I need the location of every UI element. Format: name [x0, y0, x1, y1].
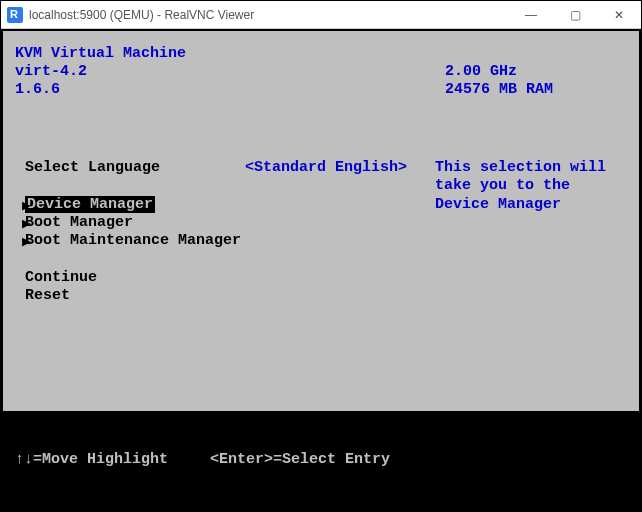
window-title: localhost:5900 (QEMU) - RealVNC Viewer — [29, 8, 509, 22]
bios-footer: ↑↓=Move Highlight<Enter>=Select Entry — [3, 411, 639, 509]
bios-screen[interactable]: KVM Virtual Machine virt-4.22.00 GHz 1.6… — [3, 31, 639, 509]
vnc-content: KVM Virtual Machine virt-4.22.00 GHz 1.6… — [1, 29, 641, 511]
menu-item-reset[interactable]: Reset — [15, 287, 627, 304]
menu-arrow-icon: ▶ — [22, 232, 31, 251]
menu-item-continue[interactable]: Continue — [15, 269, 627, 286]
menu-item-boot-maintenance[interactable]: ▶Boot Maintenance Manager — [15, 232, 627, 249]
bios-header-row2: virt-4.22.00 GHz — [15, 63, 627, 80]
bios-header-row3: 1.6.624576 MB RAM — [15, 81, 627, 98]
select-hint: <Enter>=Select Entry — [210, 451, 390, 468]
language-row[interactable]: Select Language<Standard English>This se… — [15, 159, 627, 176]
menu-item-label: Device Manager — [25, 196, 155, 213]
titlebar[interactable]: localhost:5900 (QEMU) - RealVNC Viewer —… — [1, 1, 641, 29]
menu-arrow-icon: ▶ — [22, 214, 31, 233]
vnc-window: localhost:5900 (QEMU) - RealVNC Viewer —… — [0, 0, 642, 512]
window-controls: — ▢ ✕ — [509, 1, 641, 29]
ram-size: 24576 MB RAM — [445, 81, 553, 98]
bios-version: 1.6.6 — [15, 81, 245, 98]
menu-arrow-icon: ▶ — [22, 196, 31, 215]
cpu-speed: 2.00 GHz — [445, 63, 517, 80]
move-hint: ↑↓=Move Highlight — [15, 451, 210, 468]
language-label: Select Language — [15, 159, 245, 176]
bios-title: KVM Virtual Machine — [15, 45, 627, 62]
minimize-button[interactable]: — — [509, 1, 553, 29]
help-row2: take you to the — [15, 177, 627, 194]
menu-item-label: Boot Manager — [15, 214, 133, 231]
maximize-button[interactable]: ▢ — [553, 1, 597, 29]
close-button[interactable]: ✕ — [597, 1, 641, 29]
firmware-version: virt-4.2 — [15, 63, 245, 80]
menu-item-boot-manager[interactable]: ▶Boot Manager — [15, 214, 627, 231]
language-value: <Standard English> — [245, 159, 435, 176]
menu-item-label: Boot Maintenance Manager — [15, 232, 241, 249]
help-line3: Device Manager — [435, 196, 561, 213]
menu-item-device-manager[interactable]: ▶Device ManagerDevice Manager — [15, 196, 627, 213]
help-line1: This selection will — [435, 159, 606, 176]
app-icon — [7, 7, 23, 23]
help-line2: take you to the — [435, 177, 570, 194]
